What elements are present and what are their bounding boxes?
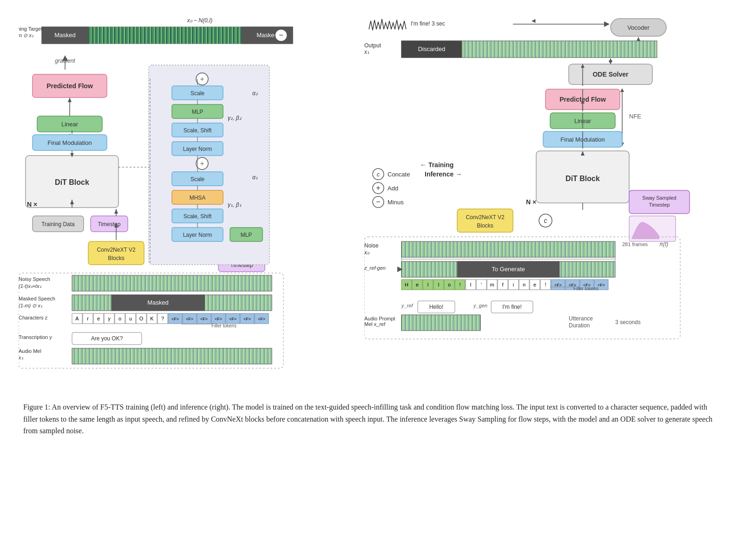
svg-text:Minus: Minus	[388, 199, 404, 206]
svg-text:Timestep: Timestep	[649, 202, 670, 208]
svg-text:!: !	[459, 282, 460, 287]
svg-text:Training Target: Training Target	[19, 26, 42, 32]
svg-text:◀: ◀	[532, 18, 536, 23]
svg-text:A: A	[75, 316, 79, 321]
svg-text:o: o	[448, 282, 451, 287]
svg-text:<F>: <F>	[186, 317, 193, 321]
svg-text:γ₂, β₂: γ₂, β₂	[228, 115, 242, 121]
svg-text:y_gen: y_gen	[473, 303, 487, 308]
svg-text:Discarded: Discarded	[418, 46, 446, 52]
svg-text:Scale: Scale	[191, 176, 204, 182]
svg-text:3 seconds: 3 seconds	[615, 319, 641, 326]
svg-rect-43	[72, 275, 272, 291]
svg-text:Vocoder: Vocoder	[627, 24, 650, 31]
diagrams-row: Masked Masked Training Target m ⊙ x₁ x₀ …	[9, 9, 727, 387]
svg-text:r: r	[87, 316, 89, 321]
svg-text:Concate: Concate	[388, 171, 410, 178]
svg-text:γ₁, β₁: γ₁, β₁	[228, 202, 242, 208]
svg-text:Noise: Noise	[364, 242, 379, 249]
svg-text:Blocks: Blocks	[108, 255, 124, 261]
svg-text:Filler tokens: Filler tokens	[211, 323, 237, 328]
svg-text:Inference →: Inference →	[425, 170, 462, 178]
svg-text:Audio Prompt: Audio Prompt	[364, 316, 395, 321]
svg-text:<F>: <F>	[229, 317, 237, 321]
svg-text:Training Data: Training Data	[41, 221, 75, 228]
svg-text:y_ref: y_ref	[401, 303, 413, 308]
svg-text:<F>: <F>	[258, 317, 265, 321]
svg-marker-19	[68, 98, 72, 102]
svg-text:x₁: x₁	[19, 355, 23, 360]
svg-text:<F>: <F>	[598, 283, 605, 287]
left-svg: Masked Masked Training Target m ⊙ x₁ x₀ …	[19, 14, 316, 381]
svg-text:e: e	[97, 316, 100, 321]
svg-marker-152	[637, 37, 640, 41]
svg-text:x₀ ~ N(0,I): x₀ ~ N(0,I)	[187, 17, 213, 24]
svg-text:Masked: Masked	[147, 299, 169, 306]
svg-text:Masked Speech: Masked Speech	[19, 296, 55, 301]
svg-text:Conv2NeXT V2: Conv2NeXT V2	[466, 214, 504, 221]
svg-text:y: y	[108, 316, 111, 321]
svg-text:Final Modulation: Final Modulation	[47, 139, 92, 146]
svg-text:Blocks: Blocks	[477, 222, 493, 229]
svg-text:Output: Output	[364, 42, 381, 49]
svg-rect-184	[401, 241, 615, 257]
svg-text:−: −	[279, 31, 283, 39]
svg-text:m ⊙ x₁: m ⊙ x₁	[19, 33, 33, 38]
right-svg: I'm fine! 3 sec Vocoder ◀ Output x₁ Disc…	[364, 14, 717, 381]
svg-text:x₁: x₁	[364, 49, 369, 55]
svg-text:n: n	[523, 282, 526, 287]
svg-text:N ×: N ×	[27, 201, 37, 208]
svg-text:u: u	[129, 316, 132, 321]
svg-text:N ×: N ×	[526, 198, 536, 206]
svg-text:<F>: <F>	[215, 317, 222, 321]
svg-text:i: i	[513, 282, 514, 287]
svg-text:ODE Solver: ODE Solver	[592, 71, 629, 78]
svg-text:c: c	[377, 171, 380, 178]
svg-text:m: m	[490, 282, 494, 287]
svg-rect-6	[88, 27, 242, 44]
svg-text:Layer Norm: Layer Norm	[183, 146, 212, 152]
svg-text:Mel x_ref: Mel x_ref	[364, 321, 386, 327]
svg-text:MLP: MLP	[192, 109, 204, 115]
svg-text:Are you OK?: Are you OK?	[91, 335, 123, 342]
svg-text:DiT Block: DiT Block	[565, 175, 600, 182]
svg-text:DiT Block: DiT Block	[55, 178, 89, 186]
svg-text:l: l	[438, 282, 439, 287]
svg-text:?: ?	[161, 316, 164, 321]
svg-text:Masked: Masked	[54, 32, 76, 39]
svg-text:Noisy Speech: Noisy Speech	[19, 276, 50, 282]
svg-text:Predicted Flow: Predicted Flow	[46, 82, 93, 90]
svg-text:e: e	[533, 282, 536, 287]
svg-text:Utterance: Utterance	[569, 315, 593, 322]
svg-text:Linear: Linear	[61, 121, 79, 128]
svg-text:l: l	[427, 282, 428, 287]
svg-rect-240	[401, 315, 480, 331]
svg-text:Scale, Shift: Scale, Shift	[184, 127, 212, 134]
svg-text:Characters z: Characters z	[19, 315, 48, 320]
svg-text:+: +	[376, 184, 380, 192]
svg-text:Add: Add	[388, 185, 398, 192]
svg-text:+: +	[200, 160, 204, 168]
svg-text:x₀: x₀	[364, 249, 370, 256]
svg-text:!: !	[545, 282, 546, 287]
svg-text:Audio Mel: Audio Mel	[19, 348, 41, 354]
svg-text:(1-t)x₀+tx₁: (1-t)x₀+tx₁	[19, 283, 41, 289]
svg-rect-89	[72, 348, 272, 364]
svg-text:To Generate: To Generate	[492, 266, 525, 273]
svg-text:<F>: <F>	[200, 317, 208, 321]
svg-text:Layer Norm: Layer Norm	[183, 232, 212, 238]
svg-text:MLP: MLP	[241, 232, 252, 238]
svg-text:Transcription y: Transcription y	[19, 334, 52, 340]
svg-text:O: O	[139, 316, 144, 321]
svg-text:I'm fine!: I'm fine!	[502, 304, 522, 310]
svg-text:Hello!: Hello!	[429, 304, 444, 310]
svg-text:K: K	[150, 316, 154, 321]
svg-text:Filler tokens: Filler tokens	[573, 286, 598, 291]
svg-text:MHSA: MHSA	[190, 195, 206, 201]
svg-text:α₂: α₂	[252, 90, 258, 97]
svg-text:H: H	[405, 282, 408, 287]
svg-text:': '	[481, 282, 482, 287]
left-diagram: Masked Masked Training Target m ⊙ x₁ x₀ …	[19, 14, 360, 383]
svg-text:Sway Sampled: Sway Sampled	[642, 195, 676, 201]
svg-text:−: −	[376, 198, 380, 206]
